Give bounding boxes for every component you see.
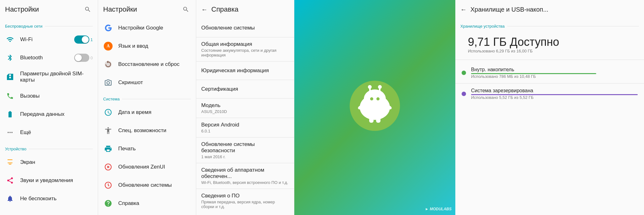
svg-point-10 (370, 97, 373, 100)
phone-icon (5, 91, 15, 101)
system-storage-sub: Использовано 5,52 ГБ из 5,52 ГБ (471, 95, 638, 100)
divider (455, 60, 644, 60)
storage-item-internal[interactable]: Внутр. накопитель Использовано 786 МБ из… (455, 62, 644, 83)
help-item-sysupdate[interactable]: Обновление системы (196, 19, 294, 37)
panel3-header: ← Справка (196, 0, 294, 19)
bluetooth-toggle-label: 0 (91, 56, 93, 60)
zenui-icon (103, 162, 113, 172)
sidebar-item-data[interactable]: Передача данных (0, 105, 98, 123)
reset-icon (103, 59, 113, 69)
help-item-android[interactable]: Версия Android 6.0.1 (196, 118, 294, 137)
screenshot-icon (103, 78, 113, 88)
wifi-toggle[interactable]: 1 (74, 35, 93, 44)
display-icon (5, 157, 15, 167)
internal-storage-label: Внутр. накопитель (471, 67, 638, 73)
accessibility-icon (103, 126, 113, 136)
sidebar-item-sim[interactable]: Параметры двойной SIM-карты (0, 67, 98, 87)
panel5-back-arrow[interactable]: ← (460, 6, 467, 13)
help-label: Справка (118, 200, 191, 207)
panel3-title: Справка (211, 5, 238, 13)
storage-used-value: Использовано 6,29 ГБ из 16,00 ГБ (462, 49, 638, 57)
display-label: Экран (20, 159, 93, 165)
panel3-back-arrow[interactable]: ← (201, 6, 208, 13)
bluetooth-toggle[interactable]: 0 (74, 54, 93, 62)
sidebar-item-more[interactable]: Ещё (0, 123, 98, 142)
bluetooth-toggle-switch[interactable] (74, 54, 89, 62)
section-system: Система (98, 92, 196, 103)
sidebar-item-accessibility[interactable]: Спец. возможности (98, 121, 196, 140)
wifi-toggle-label: 1 (91, 37, 93, 42)
google-icon (103, 23, 113, 33)
accessibility-label: Спец. возможности (118, 127, 191, 134)
internal-storage-text: Внутр. накопитель Использовано 786 МБ из… (471, 67, 638, 79)
panel3-content: Обновление системы Общая информация Сост… (196, 19, 294, 215)
help-hardware-label: Сведения об аппаратном обеспечен... Wi-F… (201, 167, 289, 185)
panel-settings-system: Настройки Настройки Google A Язы (98, 0, 196, 215)
wifi-label: Wi-Fi (20, 36, 69, 43)
sidebar-item-zenui[interactable]: Обновления ZenUI (98, 158, 196, 176)
wifi-toggle-switch[interactable] (74, 35, 89, 44)
help-item-legal[interactable]: Юридическая информация (196, 62, 294, 80)
calls-label: Вызовы (20, 93, 93, 99)
bluetooth-icon (5, 53, 15, 63)
help-cert-label: Сертификация (201, 86, 289, 92)
help-item-about[interactable]: Общая информация Состояние аккумулятора,… (196, 37, 294, 61)
print-icon (103, 144, 113, 154)
panel-android-mascot: ► MODULABS (294, 0, 455, 215)
sidebar-item-sysupdate[interactable]: Обновление системы (98, 176, 196, 194)
panel2-header: Настройки (98, 0, 196, 19)
sidebar-item-dnd[interactable]: Не беспокоить (0, 190, 98, 208)
panel5-header: ← Хранилище и USB-накоп... (455, 0, 644, 19)
system-storage-text: Система зарезервирована Использовано 5,5… (471, 88, 638, 100)
wifi-toggle-knob (82, 36, 89, 43)
sidebar-item-print[interactable]: Печать (98, 140, 196, 158)
sidebar-item-google[interactable]: Настройки Google (98, 19, 196, 37)
sidebar-item-bluetooth[interactable]: Bluetooth 0 (0, 49, 98, 67)
help-security-label: Обновление системы безопасности 1 мая 20… (201, 141, 289, 159)
svg-point-9 (378, 85, 382, 89)
help-item-cert[interactable]: Сертификация (196, 80, 294, 98)
svg-point-8 (368, 85, 372, 89)
dnd-icon (5, 194, 15, 204)
help-item-software[interactable]: Сведения о ПО Прямая передача, версия яд… (196, 189, 294, 213)
panel1-search-button[interactable] (83, 4, 93, 14)
sidebar-item-calls[interactable]: Вызовы (0, 87, 98, 105)
sidebar-item-screenshot[interactable]: Скриншот (98, 73, 196, 92)
language-label: Язык и ввод (118, 43, 191, 49)
help-item-security[interactable]: Обновление системы безопасности 1 мая 20… (196, 137, 294, 163)
internal-storage-sub: Использовано 786 МБ из 10,48 ГБ (471, 74, 638, 79)
panel1-title: Настройки (5, 5, 39, 13)
panel2-content: Настройки Google A Язык и ввод Восстанов… (98, 19, 196, 215)
help-item-hardware[interactable]: Сведения об аппаратном обеспечен... Wi-F… (196, 163, 294, 189)
system-dot (462, 92, 466, 96)
marshmallow-svg (343, 71, 406, 134)
help-android-label: Версия Android 6.0.1 (201, 122, 289, 133)
sidebar-item-display[interactable]: Экран (0, 153, 98, 171)
panel2-search-button[interactable] (181, 4, 191, 14)
clock-icon (103, 107, 113, 117)
panel5-back-nav: ← Хранилище и USB-накоп... (460, 6, 548, 13)
sidebar-item-reset[interactable]: Восстановление и сброс (98, 55, 196, 73)
svg-point-5 (364, 89, 386, 108)
storage-available-value: 9,71 ГБ Доступно (462, 33, 638, 49)
print-label: Печать (118, 146, 191, 152)
sidebar-item-wifi[interactable]: Wi-Fi 1 (0, 30, 98, 49)
more-label: Ещё (20, 129, 93, 136)
panel1-header: Настройки (0, 0, 98, 19)
help-about-label: Общая информация Состояние аккумулятора,… (201, 41, 289, 57)
help-legal-label: Юридическая информация (201, 67, 289, 74)
screenshot-label: Скриншот (118, 79, 191, 86)
sidebar-item-sound[interactable]: Звуки и уведомления (0, 171, 98, 190)
sim-icon (5, 72, 15, 82)
sidebar-item-language[interactable]: A Язык и ввод (98, 37, 196, 55)
language-icon: A (103, 41, 113, 51)
panel-storage: ← Хранилище и USB-накоп... Хранилище уст… (455, 0, 644, 215)
system-storage-label: Система зарезервирована (471, 88, 638, 94)
internal-dot (462, 71, 466, 75)
storage-item-system[interactable]: Система зарезервирована Использовано 5,5… (455, 83, 644, 104)
section-wireless: Беспроводные сети (0, 19, 98, 30)
sidebar-item-help[interactable]: Справка (98, 194, 196, 212)
sidebar-item-datetime[interactable]: Дата и время (98, 103, 196, 121)
help-item-model[interactable]: Модель ASUS_Z010D (196, 99, 294, 118)
reset-label: Восстановление и сброс (118, 61, 191, 67)
